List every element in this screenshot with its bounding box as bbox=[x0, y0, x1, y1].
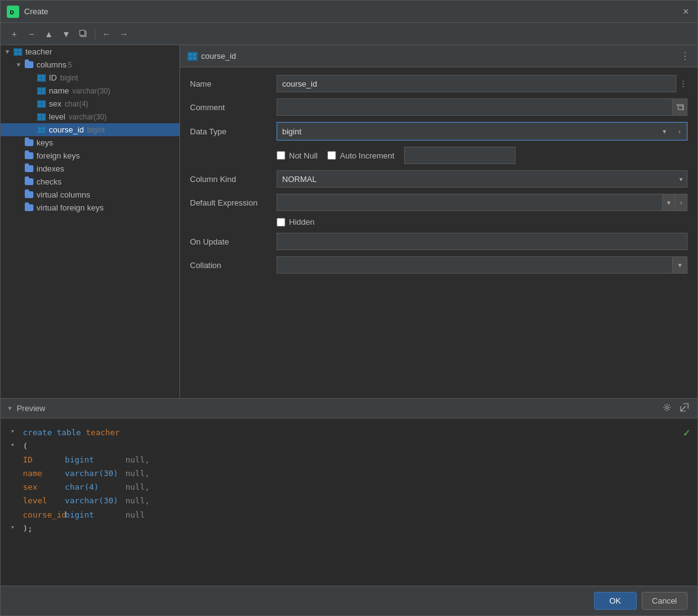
name-options-btn[interactable]: ⋮ bbox=[679, 79, 687, 89]
default-expand-btn[interactable]: › bbox=[675, 194, 687, 211]
code-content-5: sex char(4) null, bbox=[23, 480, 150, 494]
close-button[interactable]: × bbox=[681, 6, 691, 17]
column-kind-select-wrapper: NORMAL VIRTUAL STORED ▾ bbox=[277, 170, 687, 188]
left-panel: ▼ teacher ▼ columns 5 bbox=[1, 45, 180, 398]
auto-increment-value-input[interactable] bbox=[404, 147, 515, 164]
header-table-icon bbox=[187, 52, 197, 61]
data-type-dropdown-btn[interactable]: ▾ bbox=[657, 123, 672, 140]
col-id-name: ID bbox=[49, 73, 57, 82]
col-sex-label: sex bbox=[49, 99, 61, 108]
svg-rect-3 bbox=[80, 30, 85, 35]
up-button[interactable]: ▲ bbox=[41, 27, 56, 41]
data-type-expand-btn[interactable]: › bbox=[672, 123, 687, 140]
collation-row: Collation ▾ bbox=[190, 256, 687, 274]
column-icon-course-id bbox=[37, 126, 46, 134]
dialog-title: Create bbox=[24, 7, 681, 16]
form-area: Name ⋮ Comment Data Type bbox=[180, 67, 697, 398]
data-type-input-wrapper: ▾ › bbox=[277, 122, 687, 141]
auto-increment-checkbox[interactable] bbox=[327, 151, 336, 160]
tree-chk-label: checks bbox=[37, 177, 61, 186]
code-content-2: ( bbox=[23, 440, 28, 453]
cancel-button[interactable]: Cancel bbox=[642, 592, 687, 610]
auto-increment-checkbox-label[interactable]: Auto Increment bbox=[327, 151, 394, 160]
col-course-id-label: course_id bbox=[49, 125, 84, 134]
preview-open-btn[interactable] bbox=[678, 402, 691, 415]
tree-fk-label: foreign keys bbox=[37, 151, 80, 160]
tree-vfk-label: virtual foreign keys bbox=[37, 203, 103, 212]
remove-button[interactable]: − bbox=[24, 27, 39, 41]
svg-point-4 bbox=[666, 406, 668, 409]
code-content-7: course_id bigint null bbox=[23, 508, 145, 522]
table-icon bbox=[13, 48, 23, 56]
default-dropdown-btn[interactable]: ▾ bbox=[663, 194, 675, 211]
fk-folder-icon bbox=[24, 152, 34, 160]
column-icon-sex bbox=[37, 100, 46, 108]
tree-item-name[interactable]: name varchar(30) bbox=[1, 84, 179, 97]
not-null-label-text: Not Null bbox=[289, 151, 317, 160]
preview-panel: ▼ Preview ✓ ▾ create table teacher bbox=[1, 398, 697, 586]
copy-button[interactable] bbox=[76, 27, 91, 41]
column-kind-select[interactable]: NORMAL VIRTUAL STORED bbox=[277, 170, 687, 188]
not-null-checkbox[interactable] bbox=[277, 151, 285, 160]
tree-idx-label: indexes bbox=[37, 164, 64, 173]
hidden-checkbox-label[interactable]: Hidden bbox=[277, 217, 314, 227]
comment-expand-btn[interactable] bbox=[673, 98, 687, 116]
name-input[interactable] bbox=[277, 75, 676, 92]
col-name-type: varchar(30) bbox=[71, 87, 111, 95]
right-header-title: course_id bbox=[201, 51, 236, 61]
tree-item-sex[interactable]: sex char(4) bbox=[1, 97, 179, 110]
right-header: course_id ⋮ bbox=[180, 45, 697, 67]
gutter-2: ▾ bbox=[11, 440, 20, 451]
tree-item-checks[interactable]: checks bbox=[1, 175, 179, 188]
bottom-bar: OK Cancel bbox=[1, 586, 697, 615]
back-button[interactable]: ← bbox=[99, 27, 114, 41]
preview-header[interactable]: ▼ Preview bbox=[1, 399, 697, 419]
columns-expand-icon: ▼ bbox=[15, 61, 24, 68]
tree-item-keys[interactable]: keys bbox=[1, 136, 179, 149]
tree-item-virtual-fk[interactable]: virtual foreign keys bbox=[1, 201, 179, 214]
down-button[interactable]: ▼ bbox=[59, 27, 74, 41]
forward-button[interactable]: → bbox=[116, 27, 131, 41]
toolbar: + − ▲ ▼ ← → bbox=[1, 23, 697, 45]
collation-input[interactable] bbox=[277, 256, 673, 274]
notnull-row: Not Null Auto Increment bbox=[190, 147, 687, 164]
tree-item-teacher[interactable]: ▼ teacher bbox=[1, 45, 179, 58]
code-content-4: name varchar(30) null, bbox=[23, 467, 150, 480]
main-content: ▼ teacher ▼ columns 5 bbox=[1, 45, 697, 398]
on-update-input[interactable] bbox=[277, 233, 687, 250]
tree-item-virtual-columns[interactable]: virtual columns bbox=[1, 188, 179, 201]
column-icon-id bbox=[37, 74, 46, 82]
comment-input[interactable] bbox=[277, 98, 673, 116]
expand-icon: ▼ bbox=[4, 48, 13, 55]
toolbar-separator bbox=[95, 28, 95, 40]
tree-item-level[interactable]: level varchar(30) bbox=[1, 110, 179, 123]
tree-item-indexes[interactable]: indexes bbox=[1, 162, 179, 175]
tree-item-id[interactable]: ID bigint bbox=[1, 71, 179, 84]
collation-dropdown-btn[interactable]: ▾ bbox=[673, 256, 687, 274]
data-type-input[interactable] bbox=[277, 123, 657, 140]
hidden-checkbox[interactable] bbox=[277, 218, 285, 227]
name-label: Name bbox=[190, 79, 277, 89]
idx-folder-icon bbox=[24, 165, 34, 173]
add-button[interactable]: + bbox=[7, 27, 22, 41]
on-update-row: On Update bbox=[190, 233, 687, 250]
tree-vc-label: virtual columns bbox=[37, 190, 90, 199]
code-line-5: sex char(4) null, bbox=[11, 480, 687, 494]
vfk-folder-icon bbox=[24, 204, 34, 212]
preview-toggle-icon: ▼ bbox=[7, 405, 13, 412]
col-course-id-type: bigint bbox=[85, 126, 105, 134]
ok-button[interactable]: OK bbox=[594, 592, 637, 610]
default-expression-label: Default Expression bbox=[190, 198, 277, 207]
not-null-checkbox-label[interactable]: Not Null bbox=[277, 151, 317, 160]
right-panel: course_id ⋮ Name ⋮ Comment bbox=[180, 45, 697, 398]
tree-item-columns[interactable]: ▼ columns 5 bbox=[1, 58, 179, 71]
tree-item-course-id[interactable]: course_id bigint bbox=[1, 123, 179, 136]
col-level-type: varchar(30) bbox=[67, 113, 107, 121]
more-options-button[interactable]: ⋮ bbox=[680, 50, 690, 62]
default-expression-input[interactable] bbox=[277, 194, 663, 211]
preview-settings-btn[interactable] bbox=[660, 402, 674, 415]
checkbox-group: Not Null Auto Increment bbox=[277, 147, 515, 164]
tree-item-foreign-keys[interactable]: foreign keys bbox=[1, 149, 179, 162]
col-name-label: name bbox=[49, 86, 69, 95]
default-expression-wrapper: ▾ › bbox=[277, 194, 687, 211]
